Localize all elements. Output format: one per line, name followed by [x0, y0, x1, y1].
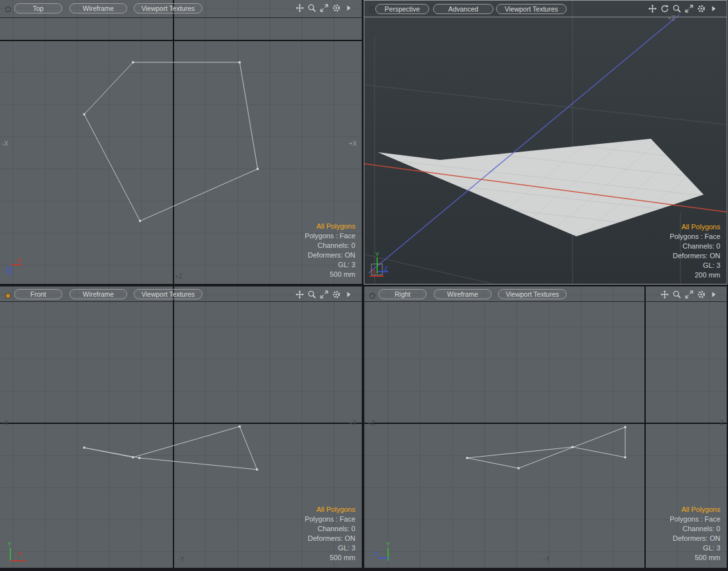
axis-edge-label: +X — [349, 140, 357, 147]
viewport-textures-button[interactable]: Viewport Textures — [496, 4, 567, 14]
axis-edge-label: -Y — [178, 556, 184, 563]
info-line: GL: 3 — [670, 261, 720, 270]
mesh-vertex[interactable] — [84, 447, 85, 449]
info-line: GL: 3 — [305, 543, 355, 553]
mesh-vertex[interactable] — [256, 469, 258, 471]
info-line: 500 mm — [670, 553, 720, 563]
move-icon[interactable] — [295, 290, 305, 299]
move-icon[interactable] — [295, 3, 305, 13]
gizmo-axis-label: X — [17, 257, 21, 263]
axis-edge-label: +X — [349, 419, 357, 426]
mesh-vertex[interactable] — [625, 426, 626, 428]
viewport-info-block: All Polygons Polygons : Face Channels: 0… — [670, 505, 720, 563]
more-icon[interactable] — [709, 4, 718, 13]
viewport-toolbar — [295, 290, 353, 299]
move-icon[interactable] — [648, 4, 657, 13]
maximize-icon[interactable] — [684, 290, 694, 299]
maximize-icon[interactable] — [319, 290, 329, 299]
viewport-state-indicator[interactable] — [5, 293, 11, 299]
view-type-button[interactable]: Front — [14, 289, 62, 299]
viewport-header: Right Wireframe Viewport Textures — [364, 286, 727, 303]
move-icon[interactable] — [660, 290, 670, 299]
info-line: Polygons : Face — [670, 232, 720, 242]
info-line: Polygons : Face — [305, 514, 355, 524]
info-line: GL: 3 — [670, 543, 720, 553]
mesh-vertex[interactable] — [139, 457, 141, 459]
view-type-button[interactable]: Right — [378, 289, 427, 299]
selection-mode-label: All Polygons — [670, 222, 720, 232]
shading-mode-button[interactable]: Advanced — [433, 4, 493, 14]
viewport-textures-button[interactable]: Viewport Textures — [134, 3, 202, 13]
view-type-button[interactable]: Top — [14, 3, 62, 13]
axis-edge-label: -Y — [544, 556, 550, 563]
maximize-icon[interactable] — [684, 4, 694, 13]
mesh-wireframe[interactable] — [84, 426, 257, 470]
shading-mode-button[interactable]: Wireframe — [69, 3, 127, 13]
viewport-state-indicator[interactable] — [369, 293, 375, 299]
mesh-wireframe[interactable] — [467, 427, 625, 468]
more-icon[interactable] — [709, 290, 718, 299]
axis-edge-label: -X — [2, 140, 8, 147]
mesh-vertex[interactable] — [518, 468, 520, 470]
mesh-vertex[interactable] — [139, 220, 141, 222]
mesh-vertex[interactable] — [257, 168, 259, 170]
zoom-icon[interactable] — [672, 4, 682, 13]
info-line: Channels: 0 — [305, 241, 355, 250]
info-line: Deformers: ON — [305, 250, 355, 260]
settings-icon[interactable] — [332, 290, 341, 299]
selection-mode-label: All Polygons — [305, 505, 355, 514]
viewport-textures-button[interactable]: Viewport Textures — [498, 289, 567, 299]
info-line: Deformers: ON — [670, 251, 720, 261]
info-line: 500 mm — [305, 270, 355, 279]
gizmo-axis-label: Z — [5, 267, 9, 274]
viewport-toolbar — [648, 4, 718, 13]
info-line: Deformers: ON — [305, 534, 355, 543]
header-divider — [0, 17, 362, 18]
viewport-header: Front Wireframe Viewport Textures — [0, 286, 362, 303]
more-icon[interactable] — [344, 290, 353, 299]
gizmo-axis-label: Z — [374, 550, 378, 557]
axis-edge-label: +Z — [368, 419, 375, 426]
view-type-button[interactable]: Perspective — [375, 4, 429, 14]
shading-mode-button[interactable]: Wireframe — [434, 289, 492, 299]
selection-mode-label: All Polygons — [305, 222, 355, 231]
zoom-icon[interactable] — [307, 290, 317, 299]
axis-edge-label: +Z — [175, 273, 182, 280]
mesh-vertex[interactable] — [572, 446, 574, 448]
viewport-info-block: All Polygons Polygons : Face Channels: 0… — [670, 222, 720, 280]
viewport-header: Perspective Advanced Viewport Textures — [364, 1, 727, 17]
viewport-info-block: All Polygons Polygons : Face Channels: 0… — [305, 222, 355, 279]
viewport-textures-button[interactable]: Viewport Textures — [134, 289, 202, 299]
mesh-vertex[interactable] — [132, 62, 134, 64]
mesh-vertex[interactable] — [239, 62, 241, 64]
maximize-icon[interactable] — [319, 3, 329, 13]
settings-icon[interactable] — [697, 290, 706, 299]
more-icon[interactable] — [344, 3, 353, 13]
rotate-icon[interactable] — [660, 4, 670, 13]
mesh-vertex[interactable] — [239, 426, 241, 428]
viewport-toolbar — [295, 3, 353, 13]
mesh-vertex[interactable] — [466, 457, 468, 459]
zoom-icon[interactable] — [672, 290, 682, 299]
mesh-wireframe[interactable] — [84, 62, 258, 221]
quad-viewport-layout: XZ-X+X+Z Top Wireframe Viewport Textures… — [0, 0, 728, 571]
info-line: GL: 3 — [305, 260, 355, 270]
mesh-vertex[interactable] — [132, 457, 134, 459]
gizmo-axis-label: Z — [384, 265, 388, 272]
viewport-state-indicator[interactable] — [5, 6, 11, 12]
grid-line — [364, 85, 727, 125]
viewport-right: YZ+ZZ-Y Right Wireframe Viewport Texture… — [364, 286, 727, 568]
mesh-vertex[interactable] — [84, 114, 85, 116]
gizmo-axis-label: Y — [8, 541, 12, 547]
gizmo-axis-label: Y — [375, 251, 379, 258]
info-line: Channels: 0 — [670, 242, 720, 251]
selection-mode-label: All Polygons — [670, 505, 720, 514]
mesh-vertex[interactable] — [625, 457, 626, 459]
settings-icon[interactable] — [697, 4, 706, 13]
settings-icon[interactable] — [332, 3, 341, 13]
gizmo-axis-label: Y — [386, 541, 390, 547]
shading-mode-button[interactable]: Wireframe — [69, 289, 127, 299]
zoom-icon[interactable] — [307, 3, 317, 13]
viewport-state-indicator[interactable] — [369, 7, 375, 13]
info-line: Deformers: ON — [670, 534, 720, 543]
